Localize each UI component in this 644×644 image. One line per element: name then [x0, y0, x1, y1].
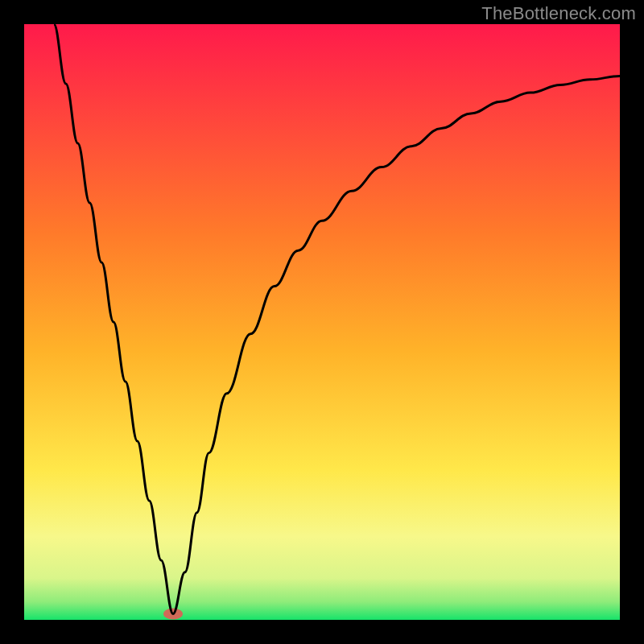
chart-frame: TheBottleneck.com	[0, 0, 644, 644]
watermark-label: TheBottleneck.com	[481, 3, 636, 24]
chart-svg	[24, 24, 620, 620]
plot-area	[24, 24, 620, 620]
